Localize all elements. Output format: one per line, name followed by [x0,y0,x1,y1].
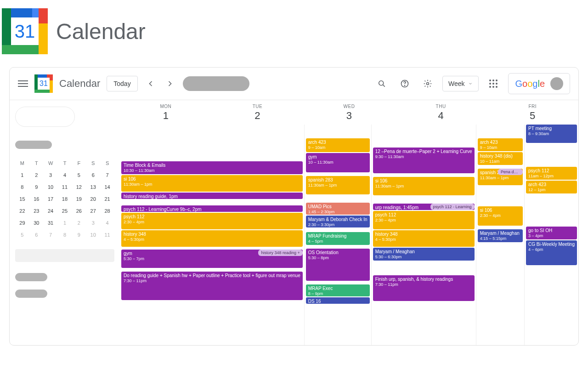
mini-day[interactable]: 22 [15,205,29,217]
create-button[interactable] [15,107,75,127]
mini-day[interactable]: 7 [44,229,58,241]
mini-day[interactable]: 16 [29,193,44,205]
event-chip[interactable]: psych 112 - Learning [430,204,475,210]
mini-day[interactable]: 24 [44,205,58,217]
mini-day[interactable]: 13 [86,181,100,193]
calendar-event[interactable]: history reading guide, 1pm [121,193,303,199]
calendar-event[interactable]: Maryam & Deborah Check In2:30 – 3:30pm [306,216,370,227]
calendar-event[interactable]: psych 1122:30 – 4pm [121,213,303,229]
calendar-event[interactable]: Maryam / Meaghan5:30 – 6:30pm [373,248,475,261]
mini-day[interactable]: 1 [58,217,72,229]
mini-day[interactable]: 5 [72,169,86,181]
mini-day[interactable]: 28 [100,205,114,217]
calendar-event[interactable]: psych 112 - LearningCurve 9b–c, 2pm [121,205,303,212]
day-column[interactable]: PT meeting8 – 9:30ampsych 11211am – 12pm… [524,125,578,345]
calendar-event[interactable]: history 3484 – 5:30pm [121,230,303,247]
event-time: 4 – 6pm [528,247,575,252]
calendar-event[interactable]: si 10611:30am – 1pm [373,177,475,195]
mini-day[interactable]: 9 [72,229,86,241]
mini-day[interactable]: 2 [72,217,86,229]
mini-day[interactable]: 18 [58,193,72,205]
mini-day[interactable]: 3 [86,217,100,229]
calendar-event[interactable]: PT meeting8 – 9:30am [526,125,577,143]
mini-day[interactable]: 6 [86,169,100,181]
mini-day[interactable]: 1 [15,169,29,181]
calendar-event[interactable]: gym10 – 11:30am [306,153,370,172]
calendar-event[interactable]: Finish urp, spanish, & history readings7… [373,275,475,301]
mini-day[interactable]: 15 [15,193,29,205]
search-button[interactable] [373,75,390,92]
mini-day[interactable]: 21 [100,193,114,205]
calendar-event[interactable]: psych 11211am – 12pm [526,167,577,180]
mini-day[interactable]: 19 [72,193,86,205]
mini-day[interactable]: 31 [44,217,58,229]
calendar-event[interactable]: arch 4239 – 10am [478,138,523,151]
mini-day[interactable]: 14 [100,181,114,193]
calendar-event[interactable]: 12 –Pena de muerte–Paper 2 + Learning Cu… [373,148,475,173]
search-people-input[interactable] [15,249,114,262]
mini-day[interactable]: 10 [86,229,100,241]
next-week-button[interactable] [164,77,176,90]
day-header[interactable]: MON1 [120,100,212,125]
calendar-event[interactable]: si 10611:30am – 1pm [121,175,303,192]
calendar-event[interactable]: Do reading guide + Spanish hw + Paper ou… [121,272,303,300]
mini-day[interactable]: 8 [58,229,72,241]
mini-day[interactable]: 17 [44,193,58,205]
calendar-event[interactable]: go to SI OH3 – 4pm [526,227,577,239]
calendar-event[interactable]: Time Block & Emails10:30 – 11:30am [121,161,303,174]
mini-day[interactable]: 30 [29,217,44,229]
day-column[interactable]: arch 4239 – 10amhistory 348 (dis)10 – 11… [476,125,524,345]
apps-button[interactable] [485,75,502,92]
calendar-event[interactable]: history 348 (dis)10 – 11am [478,152,523,165]
view-selector[interactable]: Week [442,76,479,91]
mini-day[interactable]: 12 [72,181,86,193]
event-chip[interactable]: Pena de muerte–Pap [498,169,523,175]
day-header[interactable]: WED3 [303,100,395,125]
mini-day[interactable]: 5 [15,229,29,241]
today-button[interactable]: Today [107,76,137,91]
calendar-event[interactable]: UMAD Pics1:45 – 2:30pm [306,203,370,215]
calendar-event[interactable]: psych 1122:30 – 4pm [373,211,475,229]
mini-day[interactable]: 8 [15,181,29,193]
mini-day[interactable]: 11 [58,181,72,193]
mini-day[interactable]: 9 [29,181,44,193]
mini-day[interactable]: 11 [100,229,114,241]
mini-day[interactable]: 4 [58,169,72,181]
calendar-event[interactable]: MRAP Fundraising4 – 5pm [306,232,370,245]
mini-day[interactable]: 25 [58,205,72,217]
mini-day[interactable]: 29 [15,217,29,229]
calendar-event[interactable]: arch 42312 – 1pm [526,181,577,193]
mini-day[interactable]: 2 [29,169,44,181]
day-column[interactable]: Time Block & Emails10:30 – 11:30amsi 106… [120,125,304,345]
day-header[interactable]: FRI5 [486,100,578,125]
mini-day[interactable]: 7 [100,169,114,181]
calendar-event[interactable]: arch 4239 – 10am [306,138,370,152]
mini-day[interactable]: 27 [86,205,100,217]
calendar-event[interactable]: Maryam / Meaghan4:15 – 5:15pm [478,229,523,242]
event-chip[interactable]: history 348 reading + [258,250,302,256]
day-column[interactable]: arch 4239 – 10amgym10 – 11:30amspanish 2… [304,125,371,345]
calendar-event[interactable]: spanish 28311:30am – 1pm [306,176,370,194]
calendar-event[interactable]: MRAP Exec8 – 9pm [306,284,370,296]
day-header[interactable]: TUE2 [212,100,304,125]
mini-day[interactable]: 4 [100,217,114,229]
mini-calendar[interactable]: MTWTFSS123456789101112131415161718192021… [15,157,114,241]
calendar-event[interactable]: si 1062:30 – 4pm [478,206,523,226]
day-header[interactable]: THU4 [395,100,487,125]
settings-button[interactable] [419,75,436,92]
calendar-event[interactable]: OS Orientation5:30 – 8pm [306,249,370,281]
menu-icon[interactable] [18,80,28,87]
help-button[interactable] [396,75,413,92]
mini-day[interactable]: 6 [29,229,44,241]
mini-day[interactable]: 3 [44,169,58,181]
calendar-event[interactable]: DS 16 [306,297,370,304]
day-column[interactable]: 12 –Pena de muerte–Paper 2 + Learning Cu… [371,125,476,345]
mini-day[interactable]: 23 [29,205,44,217]
calendar-event[interactable]: CG Bi-Weekly Meeting4 – 6pm [526,240,577,265]
mini-day[interactable]: 10 [44,181,58,193]
account-button[interactable]: Google [508,73,570,94]
mini-day[interactable]: 20 [86,193,100,205]
calendar-event[interactable]: history 3484 – 5:30pm [373,230,475,247]
mini-day[interactable]: 26 [72,205,86,217]
prev-week-button[interactable] [144,77,157,90]
